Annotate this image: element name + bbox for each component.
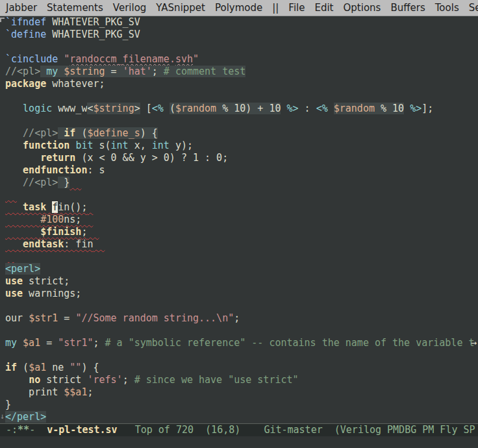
code-line[interactable] bbox=[5, 41, 478, 53]
code-line[interactable]: //<pl> my $string = 'hat'; # comment tes… bbox=[5, 66, 478, 78]
modeline-text: - bbox=[29, 424, 47, 436]
menu-item-tools[interactable]: Tools bbox=[435, 2, 459, 14]
code-line[interactable]: endtask: fin bbox=[5, 238, 478, 251]
menu-item-file[interactable]: File bbox=[288, 2, 305, 14]
modeline-text: ** bbox=[18, 424, 29, 436]
code-line[interactable]: $finish; bbox=[5, 226, 478, 238]
code-line[interactable]: `ifndef WHATEVER_PKG_SV bbox=[5, 16, 478, 29]
menu-item-search[interactable]: Search bbox=[469, 2, 478, 14]
code-line[interactable] bbox=[5, 349, 478, 362]
code-line[interactable]: return (x < 0 && y > 0) ? 1 : 0; bbox=[5, 152, 478, 164]
code-area[interactable]: `ifndef WHATEVER_PKG_SV`define WHATEVER_… bbox=[5, 16, 478, 423]
menu-item-jabber[interactable]: Jabber bbox=[6, 2, 37, 14]
code-line[interactable] bbox=[5, 300, 478, 312]
menu-item-verilog[interactable]: Verilog bbox=[113, 2, 147, 14]
code-line[interactable]: use strict; bbox=[5, 275, 478, 288]
code-line[interactable]: `cinclude "randoccm_filename.svh" bbox=[5, 53, 478, 66]
code-line[interactable] bbox=[5, 189, 478, 201]
code-line[interactable] bbox=[5, 90, 478, 103]
code-line[interactable]: </perl> bbox=[5, 411, 478, 423]
menu-item-polymode[interactable]: Polymode bbox=[215, 2, 262, 14]
code-line[interactable]: my $a1 = "str1"; # a "symbolic reference… bbox=[5, 337, 478, 349]
code-line[interactable]: function bit s(int x, int y); bbox=[5, 140, 478, 152]
code-line[interactable]: `define WHATEVER_PKG_SV bbox=[5, 29, 478, 41]
modeline-text: -: bbox=[0, 424, 18, 436]
code-line[interactable]: //<pl> if ($define_s) { bbox=[5, 127, 478, 140]
modeline-buffer-name: v-pl-test.sv bbox=[47, 424, 117, 436]
code-line[interactable]: endfunction: s bbox=[5, 164, 478, 177]
menu-item-yasnippet[interactable]: YASnippet bbox=[156, 2, 205, 14]
echo-text: (verilog-mode) type:host span:348-411 cl… bbox=[12, 447, 347, 447]
code-line[interactable]: no strict 'refs'; # since we have "use s… bbox=[5, 374, 478, 386]
mode-line[interactable]: -:**- v-pl-test.sv Top of 720 (16,8) Git… bbox=[0, 423, 478, 436]
code-line[interactable]: //<pl> } bbox=[5, 177, 478, 189]
menu-item-buffers[interactable]: Buffers bbox=[390, 2, 425, 14]
code-line[interactable]: if ($a1 ne "") { bbox=[5, 362, 478, 374]
code-line[interactable] bbox=[5, 251, 478, 263]
editor-window[interactable]: ↓ `ifndef WHATEVER_PKG_SV`define WHATEVE… bbox=[0, 16, 478, 423]
truncation-arrow-icon: → bbox=[471, 337, 477, 349]
code-line[interactable]: task fin(); bbox=[5, 201, 478, 214]
echo-area: (verilog-mode) type:host span:348-411 cl… bbox=[0, 436, 478, 447]
code-line[interactable]: #100ns; bbox=[5, 214, 478, 226]
code-line[interactable]: our $str1 = "//Some random string...\n"; bbox=[5, 312, 478, 325]
buffer-top-corner-icon bbox=[0, 18, 5, 22]
menu-item-edit[interactable]: Edit bbox=[314, 2, 333, 14]
code-line[interactable]: use warnings; bbox=[5, 288, 478, 300]
menu-bar: JabberStatementsVerilogYASnippetPolymode… bbox=[0, 0, 478, 16]
code-line[interactable] bbox=[5, 325, 478, 337]
modeline-text: Top of 720 (16,8) Git-master (Verilog PM… bbox=[118, 424, 475, 436]
menu-item-options[interactable]: Options bbox=[344, 2, 381, 14]
code-line[interactable]: } bbox=[5, 399, 478, 411]
menu-item-statements[interactable]: Statements bbox=[47, 2, 103, 14]
code-line[interactable]: logic www_w<$string> [<% ($random % 10) … bbox=[5, 103, 478, 115]
menu-item-[interactable]: || bbox=[272, 2, 279, 14]
code-line[interactable] bbox=[5, 115, 478, 127]
code-line[interactable]: <perl> bbox=[5, 263, 478, 275]
code-line[interactable]: package whatever; bbox=[5, 78, 478, 90]
scroll-down-arrow-icon: ↓ bbox=[0, 412, 5, 420]
code-line[interactable]: print $$a1; bbox=[5, 386, 478, 399]
